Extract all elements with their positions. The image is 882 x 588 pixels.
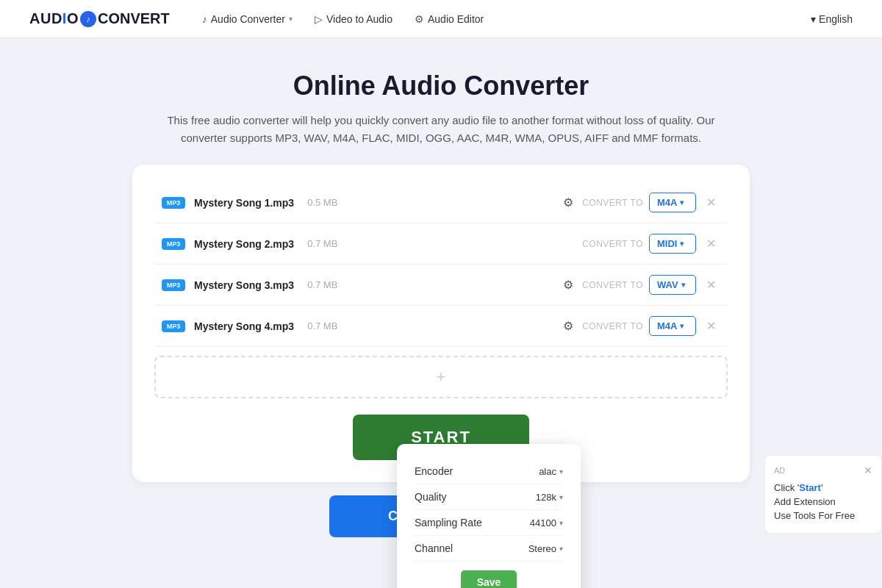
logo[interactable]: AUDIO ♪ CONVERT — [29, 10, 170, 27]
sampling-rate-label: Sampling Rate — [415, 517, 482, 528]
nav-audio-converter[interactable]: ♪ Audio Converter ▾ — [193, 9, 301, 29]
file-row-right: ⚙ CONVERT TO WAV ▾ ✕ — [560, 275, 720, 295]
file-row: MP3 Mystery Song 2.mp3 0.7 MB CONVERT TO… — [154, 223, 728, 265]
music-icon: ♪ — [202, 13, 207, 25]
plus-icon: + — [437, 368, 446, 387]
format-value: M4A — [657, 320, 677, 331]
channel-row: Channel Stereo ▾ — [415, 536, 563, 562]
chevron-down-icon: ▾ — [559, 467, 563, 476]
encoder-select[interactable]: alac ▾ — [539, 466, 563, 477]
file-name: Mystery Song 4.mp3 — [194, 320, 294, 332]
file-size: 0.7 MB — [307, 238, 337, 249]
ad-line3: Use Tools For Free — [774, 510, 872, 521]
channel-label: Channel — [415, 542, 453, 554]
quality-row: Quality 128k ▾ — [415, 484, 563, 510]
channel-select[interactable]: Stereo ▾ — [528, 543, 563, 554]
settings-popup: Encoder alac ▾ Quality 128k ▾ Sampling R… — [397, 444, 581, 588]
format-selector[interactable]: M4A ▾ — [649, 193, 696, 212]
sampling-rate-select[interactable]: 44100 ▾ — [530, 517, 563, 528]
nav-audio-editor[interactable]: ⚙ Audio Editor — [406, 9, 492, 29]
format-selector[interactable]: WAV ▾ — [649, 275, 696, 295]
chevron-down-icon: ▾ — [680, 322, 684, 330]
file-size: 0.7 MB — [307, 320, 337, 331]
ad-start-link: Start — [799, 482, 821, 493]
nav-audio-converter-label: Audio Converter — [211, 13, 285, 25]
file-row-right: ⚙ CONVERT TO M4A ▾ ✕ — [560, 316, 720, 336]
file-row-right: CONVERT TO MIDI ▾ ✕ — [582, 234, 720, 254]
format-selector[interactable]: M4A ▾ — [649, 316, 696, 336]
file-badge: MP3 — [162, 279, 185, 291]
sampling-rate-value: 44100 — [530, 517, 556, 528]
logo-audio: AUDIO — [29, 10, 79, 27]
file-name: Mystery Song 3.mp3 — [194, 279, 294, 291]
quality-label: Quality — [415, 491, 447, 503]
remove-file-button[interactable]: ✕ — [702, 193, 720, 212]
settings-button[interactable]: ⚙ — [560, 193, 576, 212]
file-row: MP3 Mystery Song 3.mp3 0.7 MB ⚙ CONVERT … — [154, 265, 728, 306]
format-value: WAV — [657, 279, 678, 290]
nav-video-label: Video to Audio — [326, 13, 392, 25]
chevron-down-icon: ▾ — [680, 240, 684, 248]
hero-description: This free audio converter will help you … — [162, 112, 720, 147]
ad-line2: Add Extension — [774, 496, 872, 507]
converter-card: MP3 Mystery Song 1.mp3 0.5 MB ⚙ CONVERT … — [132, 165, 750, 482]
ad-label: AD — [774, 466, 785, 475]
file-size: 0.5 MB — [307, 197, 337, 208]
convert-to-label: CONVERT TO — [582, 198, 643, 208]
encoder-value: alac — [539, 466, 556, 477]
sampling-rate-row: Sampling Rate 44100 ▾ — [415, 510, 563, 536]
convert-to-label: CONVERT TO — [582, 321, 643, 331]
quality-select[interactable]: 128k ▾ — [536, 492, 563, 503]
card-wrapper: MP3 Mystery Song 1.mp3 0.5 MB ⚙ CONVERT … — [132, 165, 750, 565]
file-badge: MP3 — [162, 238, 185, 250]
format-value: M4A — [657, 197, 677, 208]
chevron-down-icon: ▾ — [559, 545, 563, 553]
ad-line1: Click 'Start' — [774, 482, 872, 493]
logo-icon: ♪ — [80, 11, 96, 27]
ad-body: Click 'Start' Add Extension Use Tools Fo… — [774, 482, 872, 521]
chevron-down-icon: ▾ — [289, 15, 293, 23]
encoder-row: Encoder alac ▾ — [415, 459, 563, 484]
file-badge: MP3 — [162, 197, 185, 209]
settings-button[interactable]: ⚙ — [560, 275, 576, 295]
remove-file-button[interactable]: ✕ — [702, 275, 720, 295]
ad-close-button[interactable]: ✕ — [864, 465, 872, 476]
chevron-down-icon: ▾ — [811, 13, 816, 25]
encoder-label: Encoder — [415, 465, 453, 477]
convert-to-label: CONVERT TO — [582, 239, 643, 249]
sliders-icon: ⚙ — [415, 13, 424, 25]
add-files-area[interactable]: + — [154, 356, 728, 398]
remove-file-button[interactable]: ✕ — [702, 234, 720, 254]
hero-section: Online Audio Converter This free audio c… — [0, 38, 882, 165]
language-selector[interactable]: ▾ English — [811, 13, 853, 25]
chevron-down-icon: ▾ — [681, 281, 685, 289]
settings-button[interactable]: ⚙ — [560, 316, 576, 336]
nav-video-to-audio[interactable]: ▷ Video to Audio — [306, 9, 401, 29]
file-size: 0.7 MB — [307, 279, 337, 290]
file-badge: MP3 — [162, 320, 185, 332]
save-settings-button[interactable]: Save — [461, 570, 517, 588]
logo-convert: CONVERT — [98, 10, 170, 27]
file-name: Mystery Song 1.mp3 — [194, 197, 294, 209]
language-label: English — [819, 13, 853, 25]
file-row: MP3 Mystery Song 1.mp3 0.5 MB ⚙ CONVERT … — [154, 182, 728, 223]
file-name: Mystery Song 2.mp3 — [194, 238, 294, 250]
remove-file-button[interactable]: ✕ — [702, 316, 720, 336]
ad-top: AD ✕ — [774, 465, 872, 476]
nav-editor-label: Audio Editor — [428, 13, 484, 25]
chevron-down-icon: ▾ — [680, 198, 684, 207]
format-value: MIDI — [657, 238, 677, 249]
format-selector[interactable]: MIDI ▾ — [649, 234, 696, 254]
file-row-right: ⚙ CONVERT TO M4A ▾ ✕ — [560, 193, 720, 212]
file-row: MP3 Mystery Song 4.mp3 0.7 MB ⚙ CONVERT … — [154, 306, 728, 347]
video-icon: ▷ — [315, 13, 323, 25]
chevron-down-icon: ▾ — [559, 519, 563, 527]
convert-to-label: CONVERT TO — [582, 280, 643, 290]
quality-value: 128k — [536, 492, 556, 503]
main-nav: ♪ Audio Converter ▾ ▷ Video to Audio ⚙ A… — [193, 9, 811, 29]
chevron-down-icon: ▾ — [559, 493, 563, 501]
channel-value: Stereo — [528, 543, 556, 554]
page-title: Online Audio Converter — [15, 71, 867, 101]
header: AUDIO ♪ CONVERT ♪ Audio Converter ▾ ▷ Vi… — [0, 0, 882, 38]
ad-banner: AD ✕ Click 'Start' Add Extension Use Too… — [764, 455, 882, 534]
